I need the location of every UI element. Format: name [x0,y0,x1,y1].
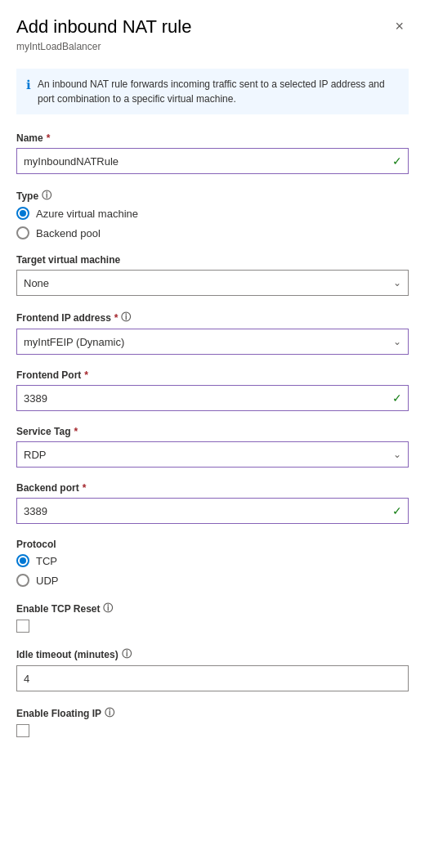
service-tag-chevron-icon: ⌄ [393,449,401,460]
frontend-ip-info-icon: ⓘ [121,311,131,324]
frontend-ip-label: Frontend IP address * ⓘ [16,311,409,324]
frontend-ip-field-group: Frontend IP address * ⓘ myIntFEIP (Dynam… [16,311,409,355]
service-tag-field-group: Service Tag * RDP ⌄ [16,426,409,468]
target-vm-label: Target virtual machine [16,254,409,266]
protocol-udp-radio[interactable] [16,574,29,587]
service-tag-required: * [74,426,78,437]
frontend-ip-value: myIntFEIP (Dynamic) [24,336,124,348]
target-vm-chevron-icon: ⌄ [393,277,401,289]
type-azure-vm-radio[interactable] [16,207,29,220]
frontend-port-label: Frontend Port * [16,369,409,381]
tcp-reset-field-group: Enable TCP Reset ⓘ [16,602,409,633]
backend-port-input[interactable] [16,498,409,524]
protocol-udp-label: UDP [36,575,58,587]
name-required: * [47,132,51,144]
close-button[interactable]: × [390,16,409,37]
floating-ip-field-group: Enable Floating IP ⓘ [16,706,409,737]
target-vm-value: None [24,277,49,289]
type-label: Type ⓘ [16,189,409,203]
frontend-ip-required: * [114,312,119,324]
backend-port-label: Backend port * [16,482,409,494]
frontend-port-input[interactable] [16,385,409,411]
frontend-port-check-icon: ✓ [392,391,402,405]
target-vm-dropdown[interactable]: None ⌄ [16,270,409,296]
type-backend-pool-radio[interactable] [16,226,29,239]
type-radio-group: Azure virtual machine Backend pool [16,207,409,239]
tcp-reset-checkbox-item [16,620,409,633]
idle-timeout-info-icon: ⓘ [122,647,132,661]
type-field-group: Type ⓘ Azure virtual machine Backend poo… [16,189,409,239]
page-subtitle: myIntLoadBalancer [16,41,409,52]
info-banner: ℹ An inbound NAT rule forwards incoming … [16,69,409,114]
floating-ip-checkbox[interactable] [16,724,29,737]
type-info-icon: ⓘ [42,189,51,203]
type-azure-vm-option[interactable]: Azure virtual machine [16,207,409,220]
floating-ip-info-icon: ⓘ [105,706,114,720]
name-label: Name * [16,132,409,144]
frontend-ip-dropdown[interactable]: myIntFEIP (Dynamic) ⌄ [16,329,409,355]
type-backend-pool-label: Backend pool [36,227,101,239]
tcp-reset-info-icon: ⓘ [103,602,113,615]
frontend-port-required: * [84,369,88,381]
service-tag-label: Service Tag * [16,426,409,437]
page-title: Add inbound NAT rule [16,16,191,38]
info-icon: ℹ [26,78,31,92]
tcp-reset-checkbox[interactable] [16,620,29,633]
service-tag-value: RDP [24,449,46,461]
name-input-wrapper: ✓ [16,148,409,174]
name-check-icon: ✓ [392,154,402,168]
service-tag-dropdown-wrapper: RDP ⌄ [16,441,409,468]
backend-port-field-group: Backend port * ✓ [16,482,409,524]
idle-timeout-field-group: Idle timeout (minutes) ⓘ [16,647,409,691]
backend-port-check-icon: ✓ [392,504,402,517]
idle-timeout-input[interactable] [16,665,409,691]
frontend-port-field-group: Frontend Port * ✓ [16,369,409,411]
target-vm-field-group: Target virtual machine None ⌄ [16,254,409,296]
protocol-radio-group: TCP UDP [16,554,409,587]
idle-timeout-input-wrapper [16,665,409,691]
idle-timeout-label: Idle timeout (minutes) ⓘ [16,647,409,661]
service-tag-dropdown[interactable]: RDP ⌄ [16,441,409,468]
protocol-udp-option[interactable]: UDP [16,574,409,587]
type-azure-vm-label: Azure virtual machine [36,208,138,220]
frontend-ip-dropdown-wrapper: myIntFEIP (Dynamic) ⌄ [16,329,409,355]
frontend-ip-chevron-icon: ⌄ [393,336,401,347]
protocol-tcp-option[interactable]: TCP [16,554,409,567]
type-backend-pool-option[interactable]: Backend pool [16,226,409,239]
frontend-port-input-wrapper: ✓ [16,385,409,411]
info-text: An inbound NAT rule forwards incoming tr… [38,77,399,106]
tcp-reset-label: Enable TCP Reset ⓘ [16,602,409,615]
backend-port-input-wrapper: ✓ [16,498,409,524]
protocol-tcp-label: TCP [36,555,57,567]
name-input[interactable] [16,148,409,174]
target-vm-dropdown-wrapper: None ⌄ [16,270,409,296]
protocol-label: Protocol [16,539,409,550]
floating-ip-checkbox-item [16,724,409,737]
backend-port-required: * [83,482,87,494]
protocol-tcp-radio[interactable] [16,554,29,567]
floating-ip-label: Enable Floating IP ⓘ [16,706,409,720]
name-field-group: Name * ✓ [16,132,409,174]
protocol-field-group: Protocol TCP UDP [16,539,409,587]
